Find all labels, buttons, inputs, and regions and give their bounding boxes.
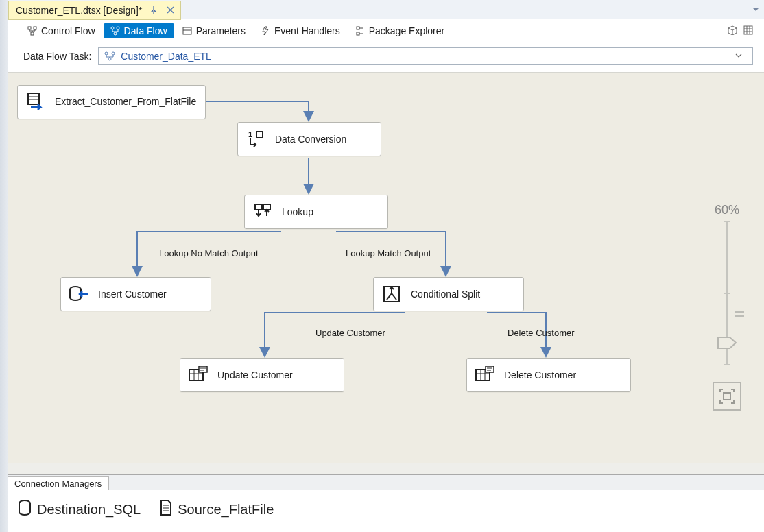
tab-parameters[interactable]: Parameters bbox=[176, 23, 252, 38]
node-label: Conditional Split bbox=[411, 289, 480, 300]
edge-label-no-match: Lookup No Match Output bbox=[159, 248, 259, 258]
parameters-icon bbox=[182, 26, 192, 36]
oledb-command-icon bbox=[474, 364, 496, 386]
node-label: Update Customer bbox=[217, 370, 293, 380]
close-icon[interactable] bbox=[165, 5, 175, 15]
svg-rect-0 bbox=[28, 27, 31, 29]
svg-rect-25 bbox=[724, 393, 730, 400]
flatfile-source-icon bbox=[25, 91, 47, 113]
tab-package-explorer[interactable]: Package Explorer bbox=[348, 23, 452, 38]
svg-point-3 bbox=[111, 27, 114, 29]
svg-rect-1 bbox=[34, 27, 36, 29]
connection-managers-tab[interactable]: Connection Managers bbox=[7, 476, 109, 490]
connection-managers-panel: Connection Managers Destination_SQL Sour… bbox=[0, 474, 764, 532]
document-tab[interactable]: Customer_ETL.dtsx [Design]* bbox=[8, 1, 181, 20]
event-handlers-icon bbox=[261, 26, 270, 36]
document-tab-title: Customer_ETL.dtsx [Design]* bbox=[16, 5, 142, 16]
tab-control-flow[interactable]: Control Flow bbox=[21, 23, 102, 38]
svg-point-4 bbox=[117, 27, 119, 29]
connection-source-flatfile[interactable]: Source_FlatFile bbox=[160, 500, 274, 520]
node-label: Insert Customer bbox=[98, 289, 167, 300]
zoom-control: 60% bbox=[706, 203, 748, 411]
package-explorer-icon bbox=[355, 26, 365, 36]
tab-label: Connection Managers bbox=[14, 479, 102, 489]
control-flow-icon bbox=[27, 26, 37, 36]
node-delete-customer[interactable]: Delete Customer bbox=[466, 358, 631, 392]
tab-data-flow[interactable]: Data Flow bbox=[104, 23, 174, 38]
tab-label: Control Flow bbox=[41, 25, 95, 36]
svg-point-10 bbox=[105, 52, 108, 55]
svg-rect-22 bbox=[486, 366, 494, 372]
svg-rect-8 bbox=[357, 32, 359, 35]
data-flow-task-row: Data Flow Task: Customer_Data_ETL bbox=[0, 43, 764, 73]
connection-label: Destination_SQL bbox=[37, 502, 141, 518]
svg-text:1: 1 bbox=[248, 130, 252, 138]
svg-rect-23 bbox=[735, 311, 744, 313]
tab-event-handlers[interactable]: Event Handlers bbox=[254, 23, 347, 38]
node-data-conversion[interactable]: 1 Data Conversion bbox=[237, 122, 381, 156]
data-flow-canvas[interactable]: Lookup No Match Output Lookup Match Outp… bbox=[0, 73, 764, 463]
edge-label-delete: Delete Customer bbox=[508, 328, 575, 338]
svg-rect-6 bbox=[183, 27, 191, 34]
zoom-fit-button[interactable] bbox=[713, 382, 741, 411]
svg-rect-9 bbox=[744, 26, 752, 34]
zoom-scale-mark-icon bbox=[735, 309, 744, 320]
data-conversion-icon: 1 bbox=[245, 128, 267, 150]
node-label: Extract_Customer_From_FlatFile bbox=[55, 96, 178, 108]
tab-label: Event Handlers bbox=[274, 25, 340, 36]
node-insert-customer[interactable]: Insert Customer bbox=[60, 277, 211, 311]
data-flow-task-selected: Customer_Data_ETL bbox=[121, 51, 211, 62]
oledb-command-icon bbox=[187, 364, 209, 386]
document-tabstrip: Customer_ETL.dtsx [Design]* bbox=[0, 0, 764, 19]
tab-label: Parameters bbox=[196, 25, 246, 36]
svg-rect-15 bbox=[255, 204, 262, 210]
lookup-icon bbox=[252, 201, 274, 223]
svg-rect-20 bbox=[199, 366, 207, 372]
edge-label-match: Lookup Match Output bbox=[346, 248, 431, 258]
data-flow-task-icon bbox=[104, 51, 115, 61]
node-label: Delete Customer bbox=[504, 370, 576, 380]
svg-point-12 bbox=[108, 58, 111, 60]
node-label: Data Conversion bbox=[275, 134, 346, 145]
node-extract-customer[interactable]: Extract_Customer_From_FlatFile bbox=[17, 85, 206, 119]
database-icon bbox=[18, 500, 32, 520]
grid-icon[interactable] bbox=[743, 25, 753, 37]
tab-label: Data Flow bbox=[124, 25, 167, 36]
data-flow-icon bbox=[110, 26, 120, 36]
flow-connectors bbox=[0, 73, 764, 463]
pin-icon[interactable] bbox=[149, 5, 158, 15]
data-flow-task-label: Data Flow Task: bbox=[23, 51, 91, 62]
zoom-slider-handle[interactable] bbox=[717, 337, 737, 351]
oledb-destination-icon bbox=[68, 283, 90, 305]
node-label: Lookup bbox=[282, 206, 313, 217]
node-update-customer[interactable]: Update Customer bbox=[180, 358, 344, 392]
svg-rect-24 bbox=[735, 315, 744, 317]
chevron-down-icon bbox=[735, 51, 748, 62]
svg-rect-7 bbox=[357, 27, 359, 29]
zoom-slider-track[interactable] bbox=[726, 221, 728, 365]
svg-rect-2 bbox=[31, 32, 34, 35]
svg-point-11 bbox=[112, 52, 115, 55]
connection-destination-sql[interactable]: Destination_SQL bbox=[18, 500, 141, 520]
node-conditional-split[interactable]: Conditional Split bbox=[373, 277, 524, 311]
edge-label-update: Update Customer bbox=[315, 328, 385, 338]
tab-label: Package Explorer bbox=[369, 25, 445, 36]
zoom-percent: 60% bbox=[715, 203, 739, 217]
node-lookup[interactable]: Lookup bbox=[244, 195, 388, 229]
left-gutter bbox=[0, 0, 8, 532]
connection-label: Source_FlatFile bbox=[178, 502, 274, 518]
svg-point-5 bbox=[114, 32, 117, 35]
designer-view-tabs: Control Flow Data Flow Parameters Event … bbox=[0, 19, 764, 43]
tab-overflow-dropdown[interactable] bbox=[748, 0, 764, 19]
flatfile-icon bbox=[160, 500, 172, 520]
svg-rect-14 bbox=[256, 132, 263, 138]
package-icon[interactable] bbox=[727, 25, 738, 37]
conditional-split-icon bbox=[381, 283, 403, 305]
data-flow-task-select[interactable]: Customer_Data_ETL bbox=[98, 47, 753, 65]
